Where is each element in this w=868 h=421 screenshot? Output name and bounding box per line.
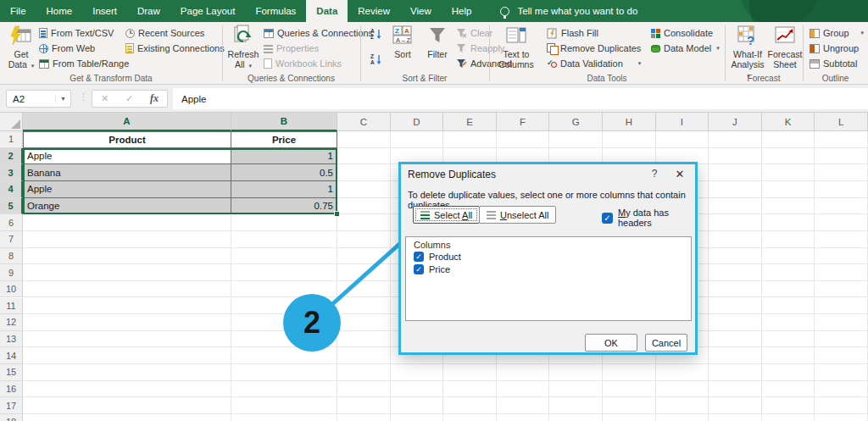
cell-C16[interactable] <box>337 381 391 398</box>
cell-G15[interactable] <box>549 364 603 381</box>
cell-C14[interactable] <box>337 347 391 364</box>
cell-J18[interactable] <box>709 414 762 421</box>
cell-L18[interactable] <box>815 414 868 421</box>
row-header-4[interactable]: 4 <box>0 181 23 198</box>
column-header-B[interactable]: B <box>231 113 337 131</box>
insert-function-icon[interactable]: fx <box>150 92 159 105</box>
cell-B14[interactable] <box>231 347 337 364</box>
cell-A9[interactable] <box>23 264 231 281</box>
cell-G18[interactable] <box>549 414 603 421</box>
refresh-all-button[interactable]: RefreshAll ▾ <box>225 25 261 75</box>
cell-B18[interactable] <box>231 414 337 421</box>
sort-button[interactable]: Z A A→Z Sort <box>387 25 419 75</box>
columns-listbox[interactable]: Columns ✓Product✓Price <box>405 236 692 321</box>
column-header-L[interactable]: L <box>815 113 868 131</box>
cell-F1[interactable] <box>497 131 550 148</box>
cell-A18[interactable] <box>23 414 231 421</box>
row-header-1[interactable]: 1 <box>0 131 23 148</box>
cell-I18[interactable] <box>656 414 709 421</box>
from-web-button[interactable]: From Web <box>39 42 95 55</box>
cell-K15[interactable] <box>762 364 815 381</box>
cell-L14[interactable] <box>815 347 868 364</box>
column-header-A[interactable]: A <box>23 113 231 131</box>
cell-D16[interactable] <box>391 381 444 398</box>
unselect-all-button[interactable]: Unselect All <box>479 206 556 224</box>
cell-A4[interactable]: Apple <box>23 181 231 198</box>
cell-G16[interactable] <box>549 381 603 398</box>
cell-K6[interactable] <box>762 214 815 231</box>
cell-K2[interactable] <box>762 148 815 165</box>
cell-J12[interactable] <box>709 314 762 331</box>
cell-F18[interactable] <box>497 414 550 421</box>
cell-D1[interactable] <box>391 131 444 148</box>
cell-K17[interactable] <box>762 397 815 414</box>
remove-duplicates-button[interactable]: Remove Duplicates <box>547 42 641 55</box>
cell-A2[interactable]: Apple <box>23 148 231 165</box>
fill-handle[interactable] <box>334 211 340 217</box>
cell-K12[interactable] <box>762 314 815 331</box>
cell-L10[interactable] <box>815 281 868 298</box>
cell-J2[interactable] <box>709 148 762 165</box>
from-text-csv-button[interactable]: From Text/CSV <box>39 26 114 40</box>
cell-E1[interactable] <box>443 131 497 148</box>
cell-H16[interactable] <box>603 381 656 398</box>
cell-A13[interactable] <box>23 331 231 348</box>
cell-I1[interactable] <box>656 131 709 148</box>
row-header-16[interactable]: 16 <box>0 381 23 398</box>
my-data-has-headers-checkbox[interactable]: ✓ My data has headers <box>602 208 695 228</box>
cell-C5[interactable] <box>337 198 391 215</box>
column-option-product[interactable]: ✓Product <box>414 252 461 262</box>
cell-E18[interactable] <box>443 414 497 421</box>
cell-I15[interactable] <box>656 364 709 381</box>
cell-A3[interactable]: Banana <box>23 164 231 181</box>
group-button[interactable]: Group ▾ <box>810 26 864 40</box>
from-table-range-button[interactable]: From Table/Range <box>39 57 129 70</box>
cell-J15[interactable] <box>709 364 762 381</box>
cell-A11[interactable] <box>23 298 231 315</box>
row-header-11[interactable]: 11 <box>0 298 23 315</box>
cell-C15[interactable] <box>337 364 391 381</box>
cell-C10[interactable] <box>337 281 391 298</box>
column-header-H[interactable]: H <box>603 113 656 131</box>
row-header-6[interactable]: 6 <box>0 214 23 231</box>
cell-B3[interactable]: 0.5 <box>231 164 337 181</box>
formula-input[interactable]: Apple <box>173 88 868 109</box>
cell-C17[interactable] <box>337 397 391 414</box>
column-header-K[interactable]: K <box>762 113 815 131</box>
cell-A1[interactable]: Product <box>23 131 231 148</box>
cell-L13[interactable] <box>815 331 868 348</box>
cell-D18[interactable] <box>391 414 444 421</box>
row-header-9[interactable]: 9 <box>0 264 23 281</box>
cell-B15[interactable] <box>231 364 337 381</box>
recent-sources-button[interactable]: Recent Sources <box>125 26 204 40</box>
cell-L7[interactable] <box>815 231 868 248</box>
cell-L11[interactable] <box>815 298 868 315</box>
forecast-sheet-button[interactable]: ForecastSheet <box>768 25 802 75</box>
cell-L5[interactable] <box>815 198 868 215</box>
checkbox-checked-icon[interactable]: ✓ <box>414 252 424 262</box>
row-header-18[interactable]: 18 <box>0 414 23 421</box>
cell-L15[interactable] <box>815 364 868 381</box>
cell-F15[interactable] <box>497 364 550 381</box>
data-validation-button[interactable]: Data Validation ▾ <box>547 57 641 70</box>
filter-button[interactable]: Filter <box>421 25 453 75</box>
cell-L4[interactable] <box>815 181 868 198</box>
cell-L8[interactable] <box>815 248 868 265</box>
cell-K3[interactable] <box>762 164 815 181</box>
tab-page-layout[interactable]: Page Layout <box>170 0 246 22</box>
cell-J6[interactable] <box>709 214 762 231</box>
cell-J17[interactable] <box>709 397 762 414</box>
cell-K16[interactable] <box>762 381 815 398</box>
name-box[interactable]: A2 ▾ <box>6 90 71 108</box>
cell-J1[interactable] <box>709 131 762 148</box>
tab-insert[interactable]: Insert <box>82 0 127 22</box>
cell-K13[interactable] <box>762 331 815 348</box>
cell-K9[interactable] <box>762 264 815 281</box>
cell-K18[interactable] <box>762 414 815 421</box>
cell-L2[interactable] <box>815 148 868 165</box>
subtotal-button[interactable]: Subtotal <box>810 57 857 70</box>
cell-C2[interactable] <box>337 148 391 165</box>
cell-B6[interactable] <box>231 214 337 231</box>
sort-descending-button[interactable]: Z A <box>370 53 382 66</box>
column-header-I[interactable]: I <box>656 113 709 131</box>
